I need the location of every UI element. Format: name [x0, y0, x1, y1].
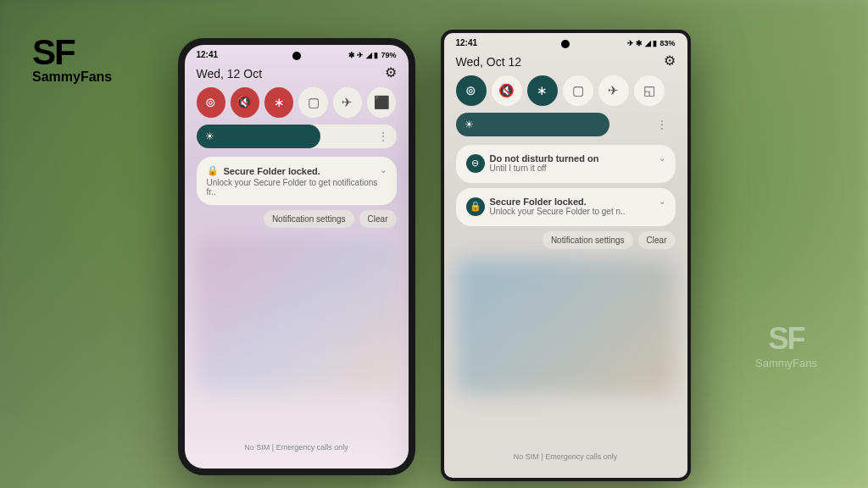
phone-right: 12:41 ✈ ✱ ◢ ▮ 83% Wed, Oct 12 ⚙ ⊚ 🔇 ∗ ▢ …	[441, 30, 691, 481]
notification-title: Secure Folder locked.	[224, 166, 320, 176]
dnd-icon: ⊖	[466, 154, 485, 173]
more-icon[interactable]: ⋮	[378, 130, 388, 142]
bluetooth-toggle[interactable]: ∗	[264, 87, 293, 118]
wifi-icon: ⊚	[465, 83, 476, 98]
panel-header: Wed, 12 Oct ⚙	[185, 61, 409, 87]
brightness-slider[interactable]: ☀ ⋮	[456, 113, 676, 136]
notification-actions: Notification settings Clear	[185, 210, 409, 228]
settings-gear-icon[interactable]: ⚙	[664, 53, 676, 69]
cast-toggle[interactable]: ◱	[634, 75, 665, 106]
blurred-background	[456, 259, 676, 395]
status-battery: 79%	[381, 51, 396, 59]
chevron-down-icon[interactable]: ⌄	[659, 197, 665, 206]
cast-icon: ◱	[643, 83, 655, 98]
lock-icon: 🔒	[207, 165, 219, 176]
secure-folder-notification[interactable]: 🔒 Secure Folder locked. Unlock your Secu…	[197, 157, 397, 205]
notification-actions: Notification settings Clear	[444, 231, 687, 249]
date-label: Wed, 12 Oct	[197, 67, 263, 80]
wifi-toggle[interactable]: ⊚	[197, 87, 225, 118]
status-icons: ✈ ✱ ◢ ▮	[627, 39, 658, 47]
airplane-icon: ✈	[608, 83, 619, 98]
wifi-toggle[interactable]: ⊚	[456, 75, 487, 106]
phone-right-screen: 12:41 ✈ ✱ ◢ ▮ 83% Wed, Oct 12 ⚙ ⊚ 🔇 ∗ ▢ …	[444, 33, 687, 478]
phone-left: 12:41 ✱ ✈ ◢ ▮ 79% Wed, 12 Oct ⚙ ⊚ 🔇 ∗ ▢ …	[178, 38, 415, 475]
panel-header: Wed, Oct 12 ⚙	[444, 49, 687, 75]
phone-left-screen: 12:41 ✱ ✈ ◢ ▮ 79% Wed, 12 Oct ⚙ ⊚ 🔇 ∗ ▢ …	[185, 45, 409, 469]
notification-title: Do not disturb turned on	[490, 153, 599, 164]
watermark-logo-2: SF	[755, 321, 817, 357]
blurred-background	[197, 238, 397, 391]
sun-icon: ☀	[465, 119, 474, 130]
sun-icon: ☀	[205, 130, 214, 142]
flashlight-toggle[interactable]: ⬛	[367, 87, 396, 118]
clear-button[interactable]: Clear	[638, 231, 676, 249]
power-saving-toggle[interactable]: ▢	[563, 75, 593, 106]
watermark-top-left: SF SammyFans	[32, 32, 112, 85]
watermark-name-2: SammyFans	[755, 357, 817, 369]
status-time: 12:41	[456, 38, 478, 47]
clear-button[interactable]: Clear	[359, 210, 397, 228]
lock-icon: 🔒	[466, 197, 485, 216]
airplane-icon: ✈	[342, 95, 353, 110]
mute-toggle[interactable]: 🔇	[492, 75, 522, 106]
status-battery: 83%	[659, 39, 675, 47]
chevron-down-icon[interactable]: ⌄	[380, 165, 387, 175]
brightness-slider[interactable]: ☀ ⋮	[197, 125, 397, 148]
power-saving-toggle[interactable]: ▢	[298, 87, 327, 118]
camera-cutout	[292, 52, 301, 60]
dnd-notification[interactable]: ⊖ Do not disturb turned on Until I turn …	[456, 145, 676, 183]
settings-gear-icon[interactable]: ⚙	[385, 64, 397, 80]
bluetooth-toggle[interactable]: ∗	[527, 75, 558, 106]
chevron-down-icon[interactable]: ⌄	[659, 153, 665, 163]
quick-settings-toggles: ⊚ 🔇 ∗ ▢ ✈ ◱	[444, 75, 687, 113]
brightness-fill	[197, 125, 320, 148]
notification-settings-button[interactable]: Notification settings	[264, 210, 354, 228]
status-time: 12:41	[197, 50, 219, 59]
brightness-fill	[456, 113, 609, 136]
airplane-toggle[interactable]: ✈	[333, 87, 362, 118]
sim-status: No SIM | Emergency calls only	[185, 443, 409, 452]
notification-body: Unlock your Secure Folder to get n..	[490, 207, 626, 216]
watermark-name: SammyFans	[32, 69, 112, 85]
notification-body: Until I turn it off	[490, 164, 599, 173]
battery-icon: ▢	[572, 83, 584, 98]
bluetooth-icon: ∗	[274, 95, 285, 110]
watermark-logo: SF	[32, 32, 112, 73]
status-icons: ✱ ✈ ◢ ▮	[348, 51, 379, 59]
mute-icon: 🔇	[498, 83, 515, 98]
notification-settings-button[interactable]: Notification settings	[542, 231, 633, 249]
airplane-toggle[interactable]: ✈	[598, 75, 629, 106]
notification-body: Unlock your Secure Folder to get notific…	[207, 178, 387, 197]
secure-folder-notification[interactable]: 🔒 Secure Folder locked. Unlock your Secu…	[456, 188, 676, 226]
quick-settings-toggles: ⊚ 🔇 ∗ ▢ ✈ ⬛	[185, 87, 409, 125]
camera-cutout	[561, 40, 570, 48]
mute-toggle[interactable]: 🔇	[231, 87, 259, 118]
mute-icon: 🔇	[236, 95, 253, 110]
bluetooth-icon: ∗	[537, 83, 548, 98]
battery-icon: ▢	[308, 95, 320, 110]
date-label: Wed, Oct 12	[456, 55, 522, 69]
watermark-bottom-right: SF SammyFans	[755, 321, 817, 369]
sim-status: No SIM | Emergency calls only	[444, 452, 687, 461]
flashlight-icon: ⬛	[374, 95, 390, 110]
wifi-icon: ⊚	[205, 95, 216, 110]
more-icon[interactable]: ⋮	[657, 119, 667, 130]
notification-title: Secure Folder locked.	[490, 197, 626, 207]
